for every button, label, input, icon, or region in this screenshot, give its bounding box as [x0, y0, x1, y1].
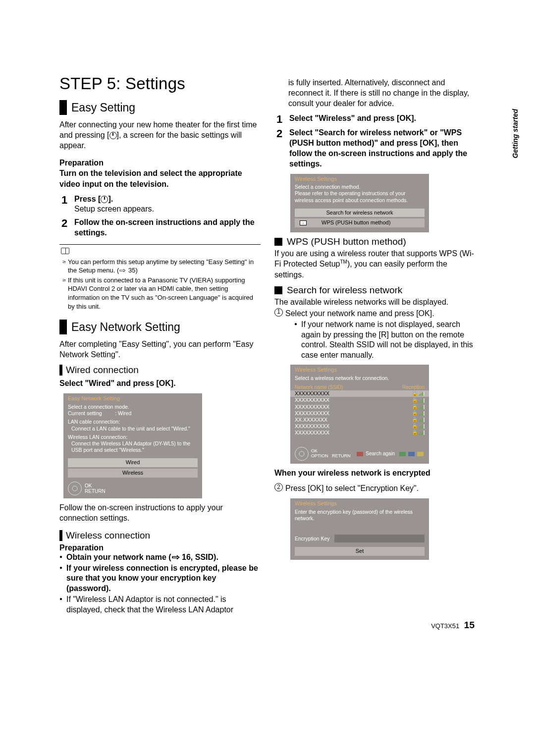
page-columns: STEP 5: Settings Easy Setting After conn… [59, 74, 476, 616]
note-item: If this unit is connected to a Panasonic… [62, 276, 261, 311]
ui-body: Select a wireless network for connection… [290, 375, 429, 381]
ui-line: Enter the encryption key (password) of t… [295, 509, 425, 522]
ui-option-search: Search for wireless network [295, 209, 425, 217]
ui-network-row: XXXXXXXXXX🔒 [290, 430, 429, 436]
ui-set-button: Set [295, 547, 425, 556]
sq-heading-text: Search for wireless network [287, 285, 402, 296]
heading-text: Easy Network Setting [71, 321, 180, 334]
search-sub1: 1 Select your network name and press [OK… [274, 308, 476, 319]
divider [59, 244, 261, 245]
encrypted-heading: When your wireless network is encrypted [274, 468, 476, 478]
ui-network-row: XXXXXXXXXX🔒 [290, 397, 429, 403]
step-body: Select "Wireless" and press [OK]. [289, 113, 416, 124]
easy-setting-intro: After connecting your new home theater f… [59, 119, 261, 151]
step-body: Press []. Setup screen appears. [74, 194, 154, 215]
ui-title: Wireless Settings [290, 174, 429, 184]
ui-network-row: XXXXXXXXXX🔒 [290, 390, 429, 397]
ui-option-wireless: Wireless [68, 469, 198, 478]
ui-title: Wireless Settings [290, 498, 429, 508]
side-section-label: Getting started [511, 109, 519, 159]
ui-table-header: Network name (SSID) Reception [290, 384, 429, 391]
search-again-label: Search again [366, 451, 395, 457]
circled-1-icon: 1 [274, 308, 283, 317]
search-note-bullets: If your network name is not displayed, s… [294, 320, 476, 361]
easy-network-intro: After completing "Easy Setting", you can… [59, 339, 261, 360]
lock-icon: 🔒 [412, 391, 418, 397]
ui-line: Connect the Wireless LAN Adaptor (DY-WL5… [68, 440, 198, 453]
lock-icon: 🔒 [412, 430, 418, 436]
wps-heading: WPS (PUSH button method) [274, 236, 476, 247]
page-number: 15 [464, 620, 475, 630]
color-r-icon [357, 452, 363, 456]
search-network-heading: Search for wireless network [274, 285, 476, 296]
step-number: 1 [61, 194, 74, 206]
wireless-continuation: is fully inserted. Alternatively, discon… [274, 77, 476, 108]
ui-line: Select a connection method. [295, 184, 425, 190]
wireless-steps: 1 Select "Wireless" and press [OK]. 2 Se… [276, 113, 476, 169]
ui-footer: OK OPTION RETURN Search again [290, 445, 429, 464]
sub-bullet-bar [59, 530, 62, 541]
power-icon [109, 132, 117, 139]
sub-bullet-bar [59, 365, 62, 376]
ui-line: Wireless LAN connection: [68, 434, 198, 440]
signal-icon [419, 418, 425, 422]
ui-nav-labels: OK RETURN [85, 483, 106, 494]
hdr-reception: Reception [402, 384, 425, 391]
ui-footer: OK RETURN [63, 480, 202, 498]
ui-network-row: XXXXXXXXXX🔒 [290, 410, 429, 417]
signal-icon [419, 431, 425, 435]
step-number: 2 [61, 217, 74, 229]
ui-wireless-network-list: Wireless Settings Select a wireless netw… [290, 365, 429, 464]
ui-line: LAN cable connection: [68, 419, 198, 425]
wireless-step-1: 1 Select "Wireless" and press [OK]. [276, 113, 476, 125]
signal-icon [419, 405, 425, 409]
ui-line: Select a connection mode. [68, 404, 198, 410]
ui-wireless-encryption: Wireless Settings Enter the encryption k… [290, 498, 429, 560]
wireless-prep-label: Preparation [59, 543, 261, 552]
preparation-text: Turn on the television and select the ap… [59, 169, 242, 188]
preparation-block: Preparation Turn on the television and s… [59, 158, 261, 189]
manual-code: VQT3X51 [431, 622, 459, 630]
sub-heading-text: Wired connection [66, 365, 139, 376]
lock-icon: 🔒 [412, 397, 418, 404]
step-body: Follow the on-screen instructions and ap… [74, 217, 261, 238]
color-y-icon [417, 452, 424, 456]
ui-network-row: XXXXXXXXXX🔒 [290, 423, 429, 430]
note-book-icon [61, 248, 69, 254]
hdr-ssid: Network name (SSID) [295, 384, 402, 391]
wired-follow: Follow the on-screen instructions to app… [59, 502, 261, 523]
lock-icon: 🔒 [412, 417, 418, 423]
power-icon [101, 196, 108, 203]
bullet-item: If "Wireless LAN Adaptor is not connecte… [59, 594, 261, 615]
ui-wireless-method: Wireless Settings Select a connection me… [290, 174, 429, 233]
ui-easy-network-setting: Easy Network Setting Select a connection… [63, 393, 202, 498]
color-b-icon [408, 452, 415, 456]
heading-bullet-box [59, 320, 67, 334]
wired-instruction: Select "Wired" and press [OK]. [59, 378, 261, 388]
bullet-item: Obtain your network name (⇨ 16, SSID). [59, 552, 261, 563]
ui-current-setting: Current setting : Wired [68, 410, 198, 417]
bullet-item: If your wireless connection is encrypted… [59, 563, 261, 594]
step-body: Select "Search for wireless network" or … [289, 128, 476, 169]
page-footer: VQT3X51 15 [431, 620, 475, 631]
ui-body: Select a connection method. Please refer… [290, 183, 429, 229]
heading-bullet-box [59, 100, 67, 115]
square-bullet-icon [274, 238, 282, 246]
wps-mini-icon: ↕ [300, 220, 307, 225]
search-sub2: 2 Press [OK] to select "Encryption Key". [274, 483, 476, 493]
signal-icon [419, 391, 425, 396]
sub-heading-text: Wireless connection [66, 530, 150, 541]
encryption-input-field [334, 535, 425, 542]
bullet-item: If your network name is not displayed, s… [294, 320, 476, 361]
step-number: 1 [276, 113, 289, 125]
nav-wheel-icon [295, 447, 309, 461]
ui-option-wired: Wired [68, 458, 198, 467]
ui-nav-labels: OK OPTION RETURN [311, 449, 351, 459]
signal-icon [419, 398, 425, 403]
sub-step-text: Press [OK] to select "Encryption Key". [285, 483, 419, 493]
right-column: is fully inserted. Alternatively, discon… [274, 74, 476, 616]
lock-icon: 🔒 [412, 404, 418, 410]
sq-heading-text: WPS (PUSH button method) [287, 236, 406, 247]
ui-line: Please refer to the operating instructio… [295, 190, 425, 203]
step-desc: Setup screen appears. [74, 205, 154, 213]
